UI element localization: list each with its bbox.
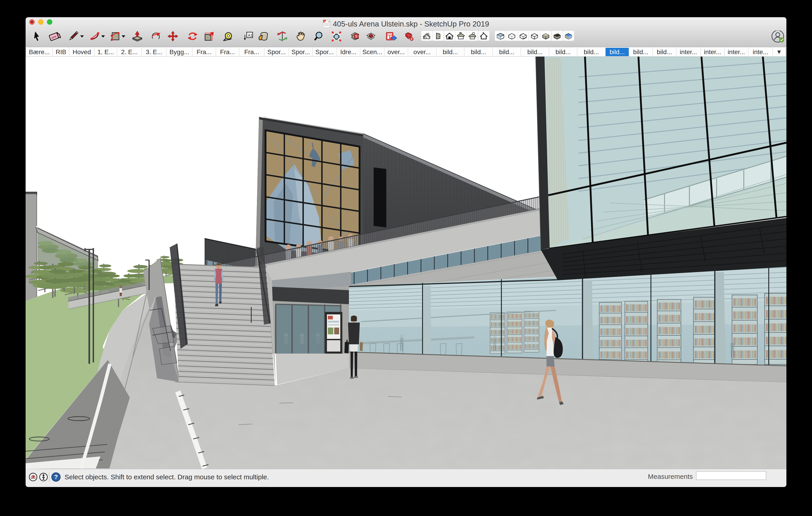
svg-text:S: S: [355, 34, 357, 38]
svg-text:A1: A1: [248, 33, 253, 38]
svg-text:Measurements: Measurements: [648, 473, 693, 480]
svg-text:?: ?: [54, 474, 58, 480]
svg-text:skp: skp: [328, 20, 330, 23]
svg-text:Select objects. Shift to exten: Select objects. Shift to extend select. …: [64, 473, 269, 481]
